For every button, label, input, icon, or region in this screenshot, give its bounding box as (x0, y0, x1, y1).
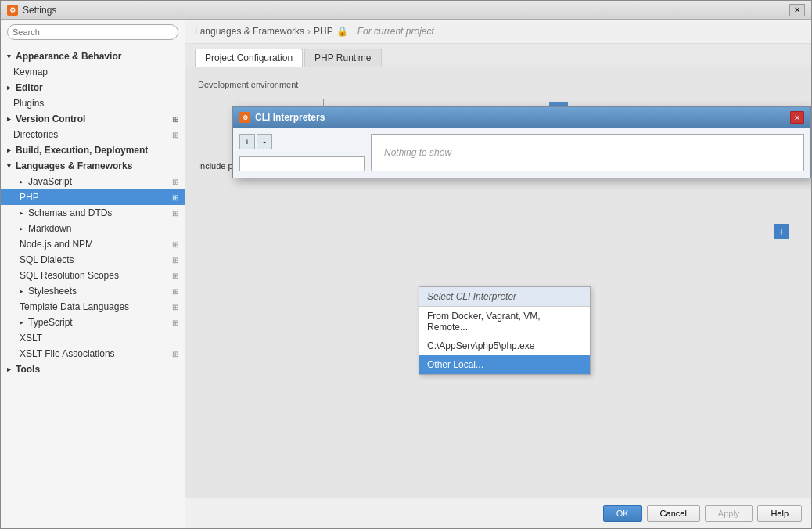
sidebar-item-stylesheets[interactable]: ▸ Stylesheets ⊞ (1, 283, 185, 299)
sidebar-label-php: PHP (20, 192, 39, 203)
tab-project-config[interactable]: Project Configuration (195, 49, 303, 67)
version-control-icon: ⊞ (172, 115, 178, 124)
sidebar-label-plugins: Plugins (13, 98, 44, 109)
js-icon: ⊞ (172, 178, 178, 186)
sidebar-label-schemas: Schemas and DTDs (28, 207, 112, 218)
dropdown-menu-item-other-local[interactable]: Other Local... (419, 355, 590, 374)
modal-icon: ⚙ (239, 112, 250, 123)
expand-arrow-markdown: ▸ (20, 225, 23, 232)
expand-arrow-js: ▸ (20, 178, 23, 185)
sidebar-label-xslt: XSLT (20, 333, 42, 344)
sidebar-item-version-control[interactable]: ▸ Version Control ⊞ (1, 111, 185, 127)
cancel-button[interactable]: Cancel (647, 505, 700, 522)
settings-window: ⚙ Settings ✕ ▾ Appearance & Behavior Key… (0, 0, 812, 529)
sidebar-items: ▾ Appearance & Behavior Keymap ▸ Editor … (1, 45, 185, 528)
sidebar-item-keymap[interactable]: Keymap (1, 64, 185, 80)
expand-arrow-tools: ▸ (7, 365, 11, 373)
stylesheets-icon: ⊞ (172, 287, 178, 296)
panel-content: Development environment PHP language lev… (185, 67, 811, 498)
sidebar-item-appearance[interactable]: ▾ Appearance & Behavior (1, 49, 185, 64)
sidebar-label-appearance: Appearance & Behavior (16, 51, 121, 62)
sql-resolution-icon: ⊞ (172, 272, 178, 280)
breadcrumb-section: Languages & Frameworks (195, 26, 304, 37)
sidebar-label-sql-resolution: SQL Resolution Scopes (20, 270, 119, 281)
modal-title: CLI Interpreters (255, 112, 325, 123)
sidebar-label-xslt-file: XSLT File Associations (20, 348, 115, 359)
search-input[interactable] (7, 24, 178, 40)
dropdown-menu-item-docker[interactable]: From Docker, Vagrant, VM, Remote... (419, 307, 590, 336)
settings-icon: ⚙ (7, 5, 18, 16)
sidebar-label-build: Build, Execution, Deployment (16, 145, 148, 156)
modal-body: + - Nothing to show (233, 128, 810, 178)
dropdown-menu-item-php-exe[interactable]: C:\AppServ\php5\php.exe (419, 336, 590, 355)
sidebar-item-plugins[interactable]: Plugins (1, 95, 185, 111)
remove-interpreter-btn[interactable]: - (257, 134, 272, 149)
add-interpreter-btn[interactable]: + (239, 134, 255, 149)
expand-arrow-languages: ▾ (7, 162, 11, 170)
sidebar-label-directories: Directories (13, 129, 58, 140)
nothing-to-show-label: Nothing to show (378, 141, 797, 164)
breadcrumb-lock-icon: 🔒 (336, 26, 348, 37)
window-close-button[interactable]: ✕ (789, 4, 805, 16)
expand-arrow-editor: ▸ (7, 84, 11, 92)
sidebar-item-languages[interactable]: ▾ Languages & Frameworks (1, 158, 185, 174)
sidebar-item-template-data[interactable]: Template Data Languages ⊞ (1, 299, 185, 315)
sidebar-item-markdown[interactable]: ▸ Markdown (1, 221, 185, 236)
sidebar-item-xslt-file[interactable]: XSLT File Associations ⊞ (1, 346, 185, 362)
expand-arrow-build: ▸ (7, 146, 11, 154)
sidebar-item-sql-resolution[interactable]: SQL Resolution Scopes ⊞ (1, 268, 185, 283)
modal-left-panel: + - (239, 134, 365, 171)
expand-arrow-typescript: ▸ (20, 318, 23, 326)
modal-detail-panel: Nothing to show (371, 134, 804, 171)
sidebar-item-build[interactable]: ▸ Build, Execution, Deployment (1, 142, 185, 158)
modal-close-btn[interactable]: ✕ (790, 111, 804, 124)
nodejs-icon: ⊞ (172, 240, 178, 249)
ok-button[interactable]: OK (603, 505, 642, 522)
sidebar-label-languages: Languages & Frameworks (16, 160, 132, 171)
directories-icon: ⊞ (172, 131, 178, 139)
title-bar: ⚙ Settings ✕ (1, 1, 811, 20)
sidebar-label-nodejs: Node.js and NPM (20, 239, 93, 250)
sidebar-item-editor[interactable]: ▸ Editor (1, 80, 185, 95)
sidebar-label-stylesheets: Stylesheets (28, 286, 77, 297)
expand-arrow-stylesheets: ▸ (20, 287, 23, 295)
modal-overlay: ⚙ CLI Interpreters ✕ + - (185, 67, 811, 498)
sidebar-label-sql-dialects: SQL Dialects (20, 254, 74, 265)
xslt-file-icon: ⊞ (172, 350, 178, 358)
main-content: ▾ Appearance & Behavior Keymap ▸ Editor … (1, 20, 811, 528)
cli-dropdown-menu: Select CLI Interpreter From Docker, Vagr… (419, 286, 591, 375)
help-button[interactable]: Help (757, 505, 802, 522)
php-icon: ⊞ (172, 193, 178, 202)
search-box (1, 20, 185, 45)
sidebar-label-javascript: JavaScript (28, 176, 72, 187)
modal-title-left: ⚙ CLI Interpreters (239, 112, 325, 123)
sidebar-item-typescript[interactable]: ▸ TypeScript ⊞ (1, 315, 185, 330)
sidebar-item-nodejs[interactable]: Node.js and NPM ⊞ (1, 236, 185, 252)
expand-arrow-appearance: ▾ (7, 52, 11, 60)
sidebar-item-directories[interactable]: Directories ⊞ (1, 127, 185, 142)
typescript-icon: ⊞ (172, 318, 178, 327)
sidebar-item-php[interactable]: PHP ⊞ (1, 189, 185, 205)
template-data-icon: ⊞ (172, 303, 178, 311)
dropdown-menu-item-header: Select CLI Interpreter (419, 287, 590, 307)
tab-bar: Project Configuration PHP Runtime (185, 44, 811, 67)
sidebar-label-keymap: Keymap (13, 67, 48, 77)
modal-title-bar: ⚙ CLI Interpreters ✕ (233, 107, 810, 128)
breadcrumb-arrow: › (307, 26, 311, 37)
cli-interpreters-modal: ⚙ CLI Interpreters ✕ + - (232, 106, 811, 178)
sidebar-label-tools: Tools (16, 364, 40, 375)
tab-php-runtime[interactable]: PHP Runtime (304, 49, 381, 67)
sidebar-label-template-data: Template Data Languages (20, 301, 129, 312)
sidebar-item-sql-dialects[interactable]: SQL Dialects ⊞ (1, 252, 185, 268)
sidebar-label-version-control: Version Control (16, 113, 85, 124)
apply-button[interactable]: Apply (705, 505, 753, 522)
sidebar-item-javascript[interactable]: ▸ JavaScript ⊞ (1, 174, 185, 189)
right-panel: Languages & Frameworks › PHP 🔒 For curre… (185, 20, 811, 528)
sidebar-item-xslt[interactable]: XSLT (1, 330, 185, 346)
title-bar-left: ⚙ Settings (7, 5, 56, 16)
sidebar-item-tools[interactable]: ▸ Tools (1, 362, 185, 377)
sidebar: ▾ Appearance & Behavior Keymap ▸ Editor … (1, 20, 185, 528)
sidebar-item-schemas[interactable]: ▸ Schemas and DTDs ⊞ (1, 205, 185, 221)
breadcrumb-note: For current project (357, 26, 434, 37)
interpreter-list (239, 156, 365, 171)
